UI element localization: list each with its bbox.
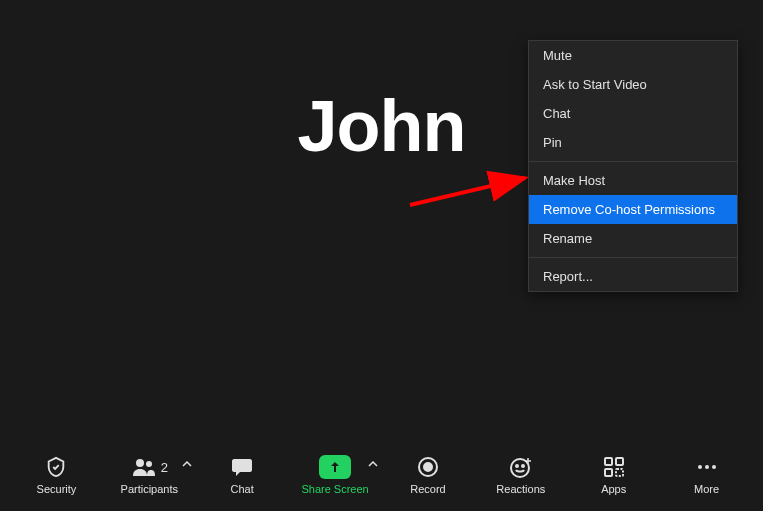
record-label: Record [410,483,445,495]
menu-divider [529,257,737,258]
menu-item-pin[interactable]: Pin [529,128,737,157]
chat-button[interactable]: Chat [207,455,277,495]
apps-label: Apps [601,483,626,495]
reactions-button[interactable]: Reactions [486,455,556,495]
share-screen-button[interactable]: Share Screen [300,455,370,495]
svg-point-3 [146,461,152,467]
more-icon [696,455,718,479]
menu-item-chat[interactable]: Chat [529,99,737,128]
chat-icon [231,455,253,479]
shield-icon [45,455,67,479]
participant-context-menu: Mute Ask to Start Video Chat Pin Make Ho… [528,40,738,292]
participants-count: 2 [161,460,168,475]
share-screen-label: Share Screen [301,483,368,495]
chevron-up-icon[interactable] [182,461,192,467]
svg-point-15 [712,465,716,469]
svg-point-2 [136,459,144,467]
apps-icon [603,455,625,479]
participants-button[interactable]: 2 Participants [114,455,184,495]
participants-label: Participants [121,483,178,495]
chat-label: Chat [231,483,254,495]
more-label: More [694,483,719,495]
svg-point-13 [698,465,702,469]
menu-item-report[interactable]: Report... [529,262,737,291]
svg-point-14 [705,465,709,469]
share-screen-icon [319,455,351,479]
svg-rect-9 [605,458,612,465]
svg-point-5 [424,463,432,471]
meeting-toolbar: Security 2 Participants Chat [0,439,763,511]
record-button[interactable]: Record [393,455,463,495]
record-icon [417,455,439,479]
menu-item-make-host[interactable]: Make Host [529,166,737,195]
participants-icon: 2 [131,455,168,479]
menu-divider [529,161,737,162]
menu-item-remove-cohost[interactable]: Remove Co-host Permissions [529,195,737,224]
svg-point-7 [516,465,518,467]
svg-rect-12 [616,469,623,476]
reactions-icon [509,455,533,479]
chevron-up-icon[interactable] [368,461,378,467]
participant-display-name: John [298,85,466,167]
reactions-label: Reactions [496,483,545,495]
security-label: Security [37,483,77,495]
menu-item-mute[interactable]: Mute [529,41,737,70]
svg-rect-11 [605,469,612,476]
security-button[interactable]: Security [21,455,91,495]
more-button[interactable]: More [672,455,742,495]
apps-button[interactable]: Apps [579,455,649,495]
menu-item-ask-start-video[interactable]: Ask to Start Video [529,70,737,99]
menu-item-rename[interactable]: Rename [529,224,737,253]
svg-point-8 [522,465,524,467]
svg-rect-10 [616,458,623,465]
